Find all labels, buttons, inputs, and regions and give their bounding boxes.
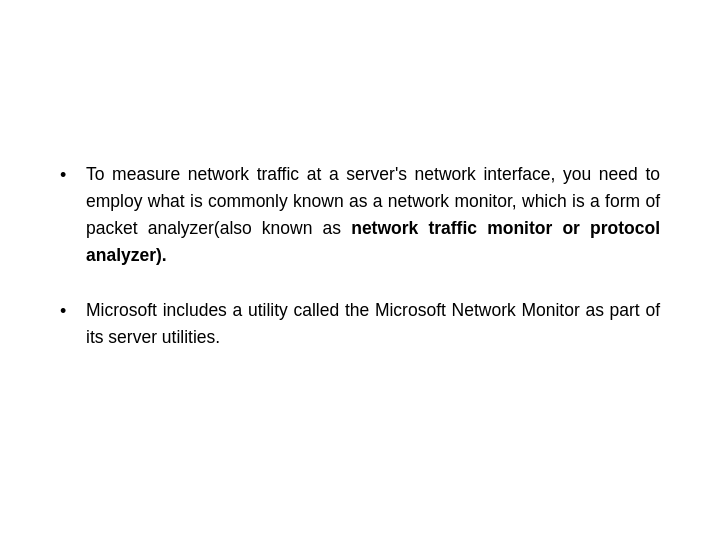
bullet-list: • To measure network traffic at a server… bbox=[60, 161, 660, 352]
bullet-dot-1: • bbox=[60, 162, 82, 190]
bullet-item-2: • Microsoft includes a utility called th… bbox=[60, 297, 660, 351]
bullet-text-1: To measure network traffic at a server's… bbox=[86, 161, 660, 270]
bold-text-1: network traffic monitor or protocol anal… bbox=[86, 218, 660, 265]
content-area: • To measure network traffic at a server… bbox=[60, 161, 660, 380]
slide-container: • To measure network traffic at a server… bbox=[0, 0, 720, 540]
bullet-text-2: Microsoft includes a utility called the … bbox=[86, 297, 660, 351]
bullet-item-1: • To measure network traffic at a server… bbox=[60, 161, 660, 270]
bullet-dot-2: • bbox=[60, 298, 82, 326]
